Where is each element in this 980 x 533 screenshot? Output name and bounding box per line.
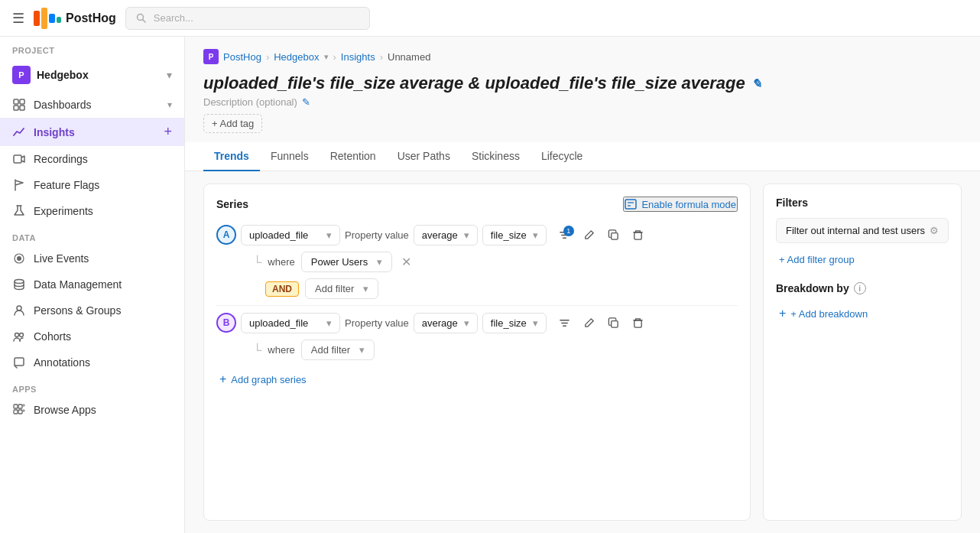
enable-formula-button[interactable]: Enable formula mode — [623, 197, 738, 212]
svg-rect-34 — [634, 232, 641, 239]
svg-rect-19 — [15, 358, 24, 366]
sidebar-item-browse-apps[interactable]: Browse Apps — [0, 397, 184, 423]
posthog-logo-icon — [34, 8, 61, 29]
person-icon — [12, 304, 26, 317]
series-b-duplicate-button[interactable] — [603, 312, 625, 333]
series-a-event-dropdown[interactable]: uploaded_file ▾ — [241, 225, 340, 245]
sidebar-item-label: Dashboards — [34, 99, 92, 111]
tab-user-paths[interactable]: User Paths — [387, 142, 461, 171]
add-filter-group-button[interactable]: + Add filter group — [776, 249, 858, 270]
series-b-agg-chevron: ▾ — [464, 317, 469, 329]
page-title-text: uploaded_file's file_size average & uplo… — [203, 73, 745, 93]
insights-add-button[interactable]: + — [164, 124, 172, 140]
tab-retention[interactable]: Retention — [320, 142, 387, 171]
breakdown-title-text: Breakdown by — [776, 282, 849, 294]
search-bar[interactable]: Search... — [125, 7, 370, 30]
series-a-aggregation-dropdown[interactable]: average ▾ — [414, 225, 478, 245]
sidebar-item-annotations[interactable]: Annotations — [0, 349, 184, 375]
series-b-filter-button[interactable] — [554, 312, 576, 333]
breadcrumb-dropdown-icon[interactable]: ▾ — [324, 52, 329, 62]
series-a-duplicate-button[interactable] — [603, 224, 625, 245]
sidebar-item-insights[interactable]: Insights + — [0, 118, 184, 146]
series-a-add-filter-dropdown[interactable]: Add filter ▾ — [305, 278, 378, 299]
series-a-prop-label: Property value — [345, 229, 409, 241]
series-b-aggregation-label: average — [422, 317, 458, 329]
where-chevron-a: ▾ — [377, 256, 382, 268]
series-a-agg-chevron: ▾ — [464, 229, 469, 241]
svg-point-17 — [15, 333, 19, 337]
sidebar-item-experiments[interactable]: Experiments — [0, 198, 184, 224]
series-a-property-dropdown[interactable]: file_size ▾ — [482, 225, 547, 245]
series-a-edit-button[interactable] — [579, 224, 600, 245]
main-content: P PostHog › Hedgebox ▾ › Insights › Unna… — [185, 37, 980, 533]
add-breakdown-plus: + — [779, 307, 786, 320]
breadcrumb-sep2: › — [333, 51, 336, 63]
grid-icon — [12, 98, 26, 112]
svg-rect-21 — [14, 405, 18, 408]
tab-stickiness[interactable]: Stickiness — [461, 142, 531, 171]
breadcrumb-hedgebox-link[interactable]: Hedgebox — [274, 51, 319, 63]
add-breakdown-button[interactable]: + + Add breakdown — [776, 302, 871, 325]
series-b-property-dropdown[interactable]: file_size ▾ — [482, 313, 547, 333]
dashboards-chevron-icon: ▾ — [167, 99, 172, 110]
add-series-button[interactable]: + Add graph series — [216, 366, 310, 392]
add-tag-button[interactable]: + Add tag — [203, 114, 262, 133]
sidebar-item-feature-flags[interactable]: Feature Flags — [0, 172, 184, 198]
series-b-event-dropdown[interactable]: uploaded_file ▾ — [241, 313, 340, 333]
svg-point-16 — [17, 306, 21, 310]
filters-panel: Filters Filter out internal and test use… — [763, 184, 962, 521]
svg-rect-8 — [14, 106, 18, 110]
series-a-filter-button[interactable]: 1 — [554, 224, 576, 245]
breadcrumb-posthog-link[interactable]: PostHog — [223, 51, 261, 63]
video-icon — [12, 152, 26, 166]
series-badge-a: A — [216, 225, 236, 245]
series-b-event-label: uploaded_file — [249, 317, 308, 329]
tab-lifecycle[interactable]: Lifecycle — [531, 142, 593, 171]
series-a-delete-button[interactable] — [628, 224, 649, 245]
tabs: Trends Funnels Retention User Paths Stic… — [185, 142, 980, 171]
description-row[interactable]: Description (optional) ✎ — [203, 96, 962, 108]
svg-rect-27 — [625, 200, 636, 209]
svg-rect-38 — [612, 320, 618, 327]
and-badge-a: AND — [265, 281, 299, 297]
breakdown-info-icon[interactable]: i — [854, 282, 866, 294]
add-filter-label-b: Add filter — [311, 344, 350, 356]
add-filter-chevron-a: ▾ — [363, 283, 368, 294]
breadcrumb-sep3: › — [380, 51, 383, 63]
svg-line-5 — [142, 19, 145, 22]
series-a-where-close-button[interactable]: ✕ — [401, 255, 411, 269]
series-b-delete-button[interactable] — [628, 312, 649, 333]
tab-trends[interactable]: Trends — [203, 142, 260, 171]
series-a-actions: 1 — [554, 224, 649, 245]
sidebar-item-data-management[interactable]: Data Management — [0, 271, 184, 297]
filter-gear-icon[interactable]: ⚙ — [930, 225, 939, 236]
series-b-aggregation-dropdown[interactable]: average ▾ — [414, 313, 478, 333]
series-b-edit-button[interactable] — [579, 312, 600, 333]
description-edit-icon[interactable]: ✎ — [302, 96, 310, 108]
sidebar-item-dashboards[interactable]: Dashboards ▾ — [0, 92, 184, 118]
title-edit-icon[interactable]: ✎ — [751, 76, 761, 91]
svg-point-18 — [20, 333, 24, 337]
sidebar-item-cohorts[interactable]: Cohorts — [0, 323, 184, 349]
sidebar-item-recordings[interactable]: Recordings — [0, 146, 184, 172]
sidebar-item-live-events[interactable]: Live Events — [0, 245, 184, 271]
svg-rect-25 — [23, 405, 24, 406]
breadcrumb-insights-link[interactable]: Insights — [341, 51, 375, 63]
svg-point-13 — [17, 256, 21, 261]
sidebar-item-label: Recordings — [34, 153, 88, 165]
description-text: Description (optional) — [203, 96, 297, 108]
series-a-where-dropdown[interactable]: Power Users ▾ — [301, 252, 392, 272]
sidebar-item-persons-groups[interactable]: Persons & Groups — [0, 297, 184, 323]
series-b-add-filter-dropdown[interactable]: Add filter ▾ — [301, 340, 375, 360]
hamburger-menu[interactable]: ☰ — [12, 10, 24, 27]
series-panel: Series Enable formula mode A uploaded_fi… — [203, 184, 751, 521]
sidebar-item-label: Persons & Groups — [34, 304, 121, 317]
series-row-b: B uploaded_file ▾ Property value average… — [216, 312, 738, 333]
where-connector-b: └ — [253, 343, 261, 357]
tab-funnels[interactable]: Funnels — [260, 142, 320, 171]
filter-internal-users: Filter out internal and test users ⚙ — [776, 218, 949, 243]
project-selector[interactable]: P Hedgebox ▾ — [0, 58, 184, 92]
add-series-label: Add graph series — [231, 374, 306, 385]
sidebar-item-label: Insights — [34, 126, 75, 138]
filter-item-text: Filter out internal and test users — [786, 225, 930, 236]
